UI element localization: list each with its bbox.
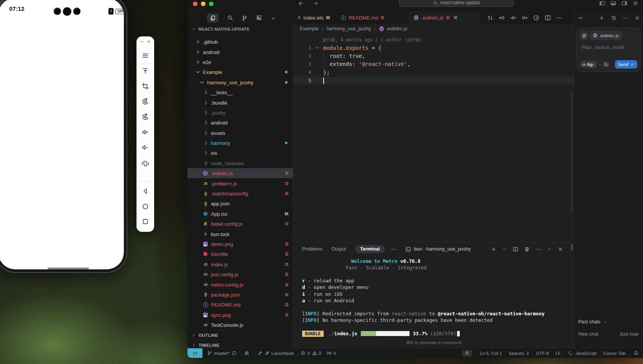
- chat-input-card[interactable]: @ .eslintrc.js Plan, search, build ∞ Age…: [576, 28, 641, 72]
- branch-status[interactable]: master*: [207, 351, 237, 356]
- kill-terminal-icon[interactable]: [524, 246, 530, 252]
- panel-more-icon[interactable]: [391, 246, 397, 252]
- terminal-session[interactable]: bun - harmony_use_pushy: [405, 246, 471, 252]
- source-control-icon[interactable]: [242, 15, 248, 21]
- ports-status[interactable]: 0: [327, 351, 336, 356]
- command-search-box[interactable]: react-native-update: [399, 0, 514, 7]
- terminal-scrollbar[interactable]: [571, 244, 573, 250]
- auto-rotate-icon[interactable]: [141, 113, 149, 121]
- tree-item-node_modules[interactable]: node_modules: [187, 158, 293, 168]
- next-change-icon[interactable]: [521, 15, 528, 21]
- tree-item-.eslintrc.js[interactable]: .eslintrc.jsD: [187, 168, 293, 178]
- tree-item-android[interactable]: android: [187, 47, 293, 57]
- tree-item-.bundle[interactable]: .bundle: [187, 97, 293, 107]
- outline-section[interactable]: OUTLINE: [187, 330, 293, 340]
- run-icon[interactable]: [533, 15, 539, 21]
- fold-chevron-icon[interactable]: [315, 45, 320, 50]
- gear-icon[interactable]: [633, 0, 638, 6]
- close-chat-icon[interactable]: [635, 15, 640, 21]
- tree-item-demo.png[interactable]: demo.pngD: [187, 239, 293, 249]
- shake-icon[interactable]: [141, 160, 149, 167]
- sliders-status[interactable]: [244, 351, 249, 356]
- file-context-chip[interactable]: .eslintrc.js: [590, 31, 622, 39]
- tree-item-package.json[interactable]: {}package.jsonD: [187, 290, 293, 300]
- menu-icon[interactable]: [141, 52, 149, 59]
- tree-item-ios[interactable]: ios: [187, 148, 293, 158]
- open-changes-icon[interactable]: [487, 15, 493, 21]
- encoding-status[interactable]: UTF-8: [536, 351, 549, 356]
- explorer-root-header[interactable]: REACT-NATIVE-UPDATE: [187, 25, 293, 34]
- code-editor[interactable]: 波仔糕, 4 months ago | 1 author (波仔糕) 1modu…: [293, 34, 574, 242]
- chat-input-placeholder[interactable]: Plan, search, build: [581, 44, 624, 50]
- tab-eslintrc-js[interactable]: .eslintrc.js D: [409, 11, 480, 24]
- tab-problems[interactable]: Problems: [302, 246, 322, 252]
- tab-output[interactable]: Output: [332, 246, 346, 252]
- volume-down-icon[interactable]: [141, 144, 149, 151]
- split-terminal-icon[interactable]: [513, 246, 518, 252]
- volume-up-icon[interactable]: [141, 128, 149, 136]
- attach-image-icon[interactable]: [603, 62, 609, 67]
- toggle-secondary-sidebar-icon[interactable]: [622, 0, 627, 6]
- add-context-chip[interactable]: @: [580, 31, 588, 39]
- close-panel-icon[interactable]: [557, 246, 563, 252]
- current-change-icon[interactable]: [510, 15, 516, 21]
- tree-item-sync.png[interactable]: sync.pngD: [187, 310, 293, 320]
- code-line-1[interactable]: 1module.exports = {: [293, 44, 574, 52]
- zoom-status[interactable]: [462, 350, 472, 357]
- upload-icon[interactable]: [141, 67, 149, 75]
- tree-item-__tests__[interactable]: __tests__: [187, 87, 293, 97]
- tree-item-Gemfile[interactable]: GemfileD: [187, 249, 293, 259]
- agent-mode-selector[interactable]: ∞ Age: [580, 61, 597, 68]
- tab-index-ets[interactable]: ≡ Index.ets M: [293, 11, 336, 24]
- zoom-window-button[interactable]: [209, 2, 214, 6]
- maximize-panel-icon[interactable]: [547, 247, 552, 251]
- language-status[interactable]: JavaScript: [568, 351, 596, 356]
- tree-item-jest.config.js[interactable]: JSjest.config.jsD: [187, 269, 293, 279]
- emulator-screen[interactable]: 07:12 ! 100: [0, 0, 124, 269]
- close-tab-icon[interactable]: [453, 15, 458, 20]
- tree-item-bun.lock[interactable]: ≡bun.lock: [187, 229, 293, 239]
- launchpad-status[interactable]: Launchpad: [258, 351, 294, 356]
- code-line-3[interactable]: 3 extends: '@react-native',: [293, 60, 574, 68]
- tree-item-assets[interactable]: assets: [187, 128, 293, 138]
- screenshot-icon[interactable]: [141, 82, 149, 90]
- close-window-button[interactable]: [193, 2, 197, 6]
- code-line-5[interactable]: 5: [293, 77, 574, 85]
- chevron-down-icon[interactable]: [598, 62, 602, 67]
- tree-item-.prettierrc.js[interactable]: JS.prettierrc.jsD: [187, 178, 293, 188]
- line-col-status[interactable]: Ln 5, Col 1: [480, 351, 502, 356]
- recents-icon[interactable]: [141, 218, 149, 225]
- spaces-status[interactable]: Spaces: 2: [509, 351, 529, 356]
- home-icon[interactable]: [141, 203, 149, 210]
- tree-item-babel.config.js[interactable]: Bbabel.config.jsD: [187, 219, 293, 229]
- search-tab-icon[interactable]: [227, 15, 233, 21]
- send-button[interactable]: Send: [615, 60, 637, 69]
- tree-item-.watchmanconfig[interactable]: {}.watchmanconfigD: [187, 189, 293, 198]
- tree-item-Example[interactable]: Example: [187, 67, 293, 77]
- toolbar-close-button[interactable]: ×: [147, 39, 150, 44]
- explorer-tab-icon[interactable]: [207, 13, 219, 23]
- previous-change-icon[interactable]: [498, 15, 505, 21]
- back-icon[interactable]: [141, 187, 149, 195]
- tree-item-.github[interactable]: .github: [187, 37, 293, 47]
- tree-item-e2e[interactable]: e2e: [187, 57, 293, 67]
- problems-status[interactable]: 0 0: [301, 351, 321, 356]
- extensions-icon[interactable]: [256, 15, 262, 21]
- breadcrumb[interactable]: Example harmony_use_pushy .eslintrc.js: [293, 24, 574, 34]
- past-chat-item[interactable]: New chat Just now: [578, 331, 638, 337]
- tree-item-harmony[interactable]: harmony: [187, 138, 293, 148]
- more-icon[interactable]: [623, 15, 628, 21]
- toolbar-minimize-button[interactable]: −: [140, 39, 143, 44]
- history-icon[interactable]: [611, 15, 617, 21]
- rotate-icon[interactable]: [141, 98, 149, 105]
- split-editor-icon[interactable]: [544, 15, 551, 21]
- remote-indicator[interactable]: [187, 348, 202, 358]
- editor-scrollbar[interactable]: [571, 91, 572, 214]
- home-indicator[interactable]: [48, 267, 89, 269]
- more-actions-icon[interactable]: [556, 15, 562, 21]
- tree-item-README.md[interactable]: iREADME.mdD: [187, 300, 293, 310]
- terminal-output[interactable]: Welcome to Metro v0.76.8Fast - Scalable …: [293, 256, 574, 348]
- more-icon[interactable]: [536, 246, 541, 252]
- past-chats-header[interactable]: Past chats: [578, 319, 607, 325]
- chevron-down-icon[interactable]: [271, 16, 276, 21]
